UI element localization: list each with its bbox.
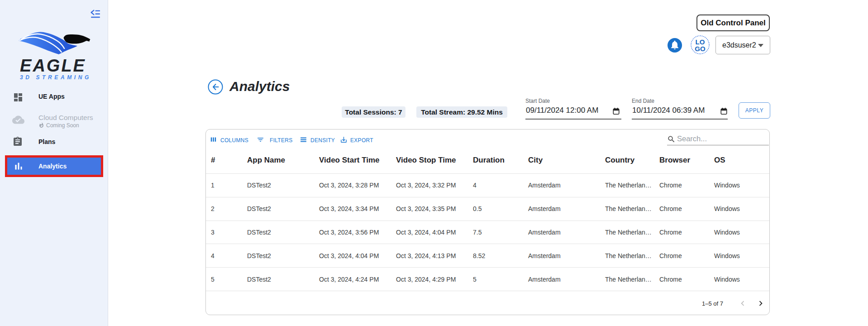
- svg-text:GO: GO: [695, 45, 706, 53]
